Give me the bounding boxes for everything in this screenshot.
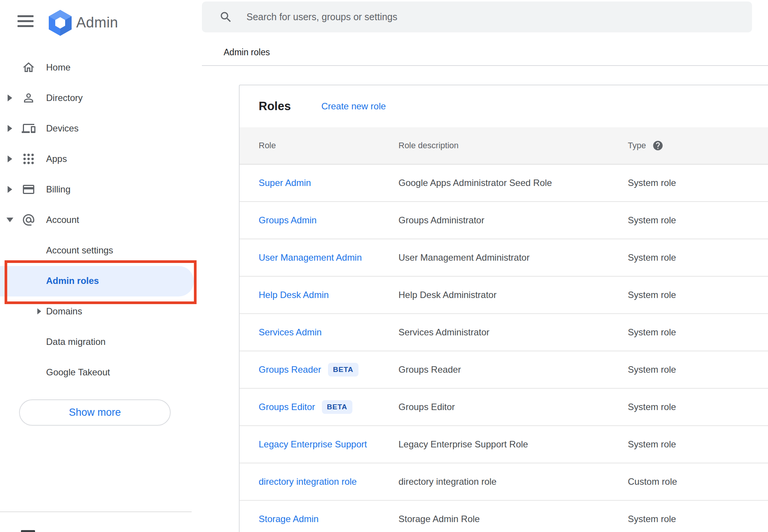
role-description: Help Desk Administrator — [398, 290, 628, 300]
role-description: Services Administrator — [398, 327, 628, 338]
chevron-right-icon[interactable] — [8, 155, 12, 162]
role-description: directory integration role — [398, 476, 628, 487]
role-cell: User Management Admin — [240, 252, 398, 263]
role-type: System role — [628, 327, 768, 338]
role-type: System role — [628, 402, 768, 412]
role-cell: Groups ReaderBETA — [240, 363, 398, 377]
admin-logo-icon — [49, 10, 72, 37]
role-link[interactable]: Groups Reader — [259, 364, 321, 375]
table-row: Storage AdminStorage Admin RoleSystem ro… — [240, 501, 768, 532]
cutoff-icon — [21, 530, 35, 532]
create-new-role-link[interactable]: Create new role — [321, 101, 386, 112]
role-description: User Management Administrator — [398, 252, 628, 263]
role-type: System role — [628, 252, 768, 263]
sidebar-item-label: Data migration — [46, 337, 106, 347]
role-link[interactable]: Services Admin — [259, 327, 322, 338]
role-link[interactable]: directory integration role — [259, 476, 357, 487]
sidebar-item-domains[interactable]: Domains — [0, 296, 196, 327]
sidebar-divider — [0, 511, 192, 512]
sidebar-item-label: Account — [46, 215, 79, 225]
sidebar-item-label: Devices — [46, 123, 78, 134]
column-header-type: Type — [628, 140, 768, 151]
table-row: Groups EditorBETAGroups EditorSystem rol… — [240, 389, 768, 426]
content-divider — [202, 65, 768, 66]
role-link[interactable]: Groups Editor — [259, 402, 315, 412]
beta-badge: BETA — [322, 400, 352, 414]
sidebar-item-data-migration[interactable]: Data migration — [0, 327, 196, 357]
role-link[interactable]: User Management Admin — [259, 252, 362, 263]
chevron-right-icon[interactable] — [8, 125, 12, 132]
table-row: User Management AdminUser Management Adm… — [240, 239, 768, 277]
sidebar-item-directory[interactable]: Directory — [0, 83, 196, 113]
role-type: Custom role — [628, 476, 768, 487]
sidebar-item-label: Domains — [46, 306, 82, 317]
at-sign-icon — [22, 213, 35, 227]
role-type: System role — [628, 290, 768, 300]
sidebar-item-account-settings[interactable]: Account settings — [0, 235, 196, 266]
menu-icon[interactable] — [17, 13, 34, 30]
sidebar-item-admin-roles[interactable]: Admin roles — [0, 266, 196, 296]
table-row: Help Desk AdminHelp Desk AdministratorSy… — [240, 277, 768, 314]
breadcrumb: Admin roles — [224, 47, 270, 58]
role-cell: Legacy Enterprise Support — [240, 439, 398, 450]
devices-icon — [22, 122, 35, 135]
table-row: Groups AdminGroups AdministratorSystem r… — [240, 202, 768, 239]
panel-title: Roles — [259, 99, 291, 113]
role-link[interactable]: Storage Admin — [259, 514, 318, 524]
chevron-right-icon[interactable] — [8, 95, 12, 101]
role-description: Groups Reader — [398, 364, 628, 375]
sidebar-item-label: Home — [46, 62, 70, 73]
sidebar-item-home[interactable]: Home — [0, 52, 196, 83]
sidebar-item-label: Apps — [46, 154, 67, 164]
role-description: Groups Administrator — [398, 215, 628, 226]
role-description: Groups Editor — [398, 402, 628, 412]
column-header-type-label: Type — [628, 141, 646, 151]
role-cell: Groups EditorBETA — [240, 400, 398, 414]
credit-card-icon — [22, 183, 35, 196]
menu-bar — [18, 20, 34, 22]
role-type: System role — [628, 178, 768, 188]
sidebar-item-label: Account settings — [46, 245, 113, 256]
sidebar-item-label: Billing — [46, 184, 70, 195]
search-input[interactable] — [246, 11, 704, 22]
search-bar[interactable] — [202, 2, 752, 32]
sidebar-item-google-takeout[interactable]: Google Takeout — [0, 357, 196, 388]
role-cell: Super Admin — [240, 178, 398, 188]
table-row: Super AdminGoogle Apps Administrator See… — [240, 165, 768, 202]
menu-bar — [18, 25, 34, 27]
person-icon — [22, 91, 35, 105]
role-type: System role — [628, 514, 768, 524]
sidebar-item-label: Admin roles — [46, 276, 99, 286]
beta-badge: BETA — [328, 363, 358, 377]
role-link[interactable]: Help Desk Admin — [259, 290, 329, 300]
sidebar-item-label: Google Takeout — [46, 367, 110, 378]
role-cell: directory integration role — [240, 476, 398, 487]
sidebar-item-apps[interactable]: Apps — [0, 144, 196, 174]
chevron-down-icon[interactable] — [6, 218, 13, 222]
role-link[interactable]: Super Admin — [259, 178, 311, 188]
role-description: Google Apps Administrator Seed Role — [398, 178, 628, 188]
role-link[interactable]: Legacy Enterprise Support — [259, 439, 367, 450]
table-row: Services AdminServices AdministratorSyst… — [240, 314, 768, 351]
column-header-description: Role description — [398, 141, 628, 151]
sidebar-item-billing[interactable]: Billing — [0, 174, 196, 205]
show-more-button[interactable]: Show more — [19, 399, 171, 426]
role-cell: Groups Admin — [240, 215, 398, 226]
table-body: Super AdminGoogle Apps Administrator See… — [240, 165, 768, 532]
sidebar-item-devices[interactable]: Devices — [0, 113, 196, 144]
table-row: Groups ReaderBETAGroups ReaderSystem rol… — [240, 351, 768, 389]
chevron-right-icon[interactable] — [8, 186, 12, 193]
sidebar-item-account[interactable]: Account — [0, 205, 196, 235]
home-icon — [22, 61, 35, 74]
help-icon[interactable] — [652, 140, 664, 151]
chevron-right-icon[interactable] — [37, 308, 41, 314]
table-header-row: Role Role description Type — [240, 127, 768, 165]
menu-bar — [18, 15, 34, 17]
role-cell: Services Admin — [240, 327, 398, 338]
role-link[interactable]: Groups Admin — [259, 215, 317, 226]
table-row: Legacy Enterprise SupportLegacy Enterpri… — [240, 426, 768, 463]
search-icon — [219, 10, 233, 24]
apps-grid-icon — [22, 152, 35, 166]
role-type: System role — [628, 215, 768, 226]
role-description: Legacy Enterprise Support Role — [398, 439, 628, 450]
